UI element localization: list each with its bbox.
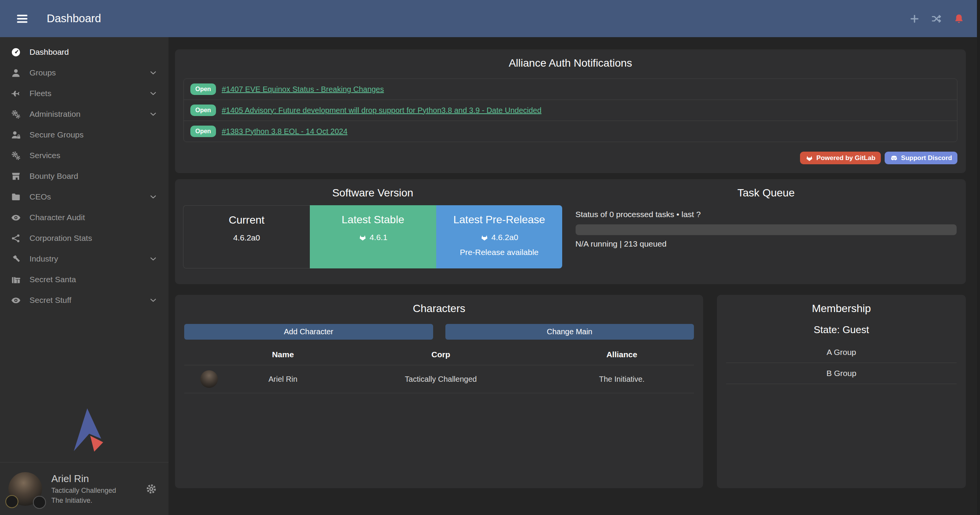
character-corp: Tactically Challenged [332, 365, 550, 393]
folder-icon [11, 192, 21, 202]
badge-label: Powered by GitLab [816, 154, 875, 162]
add-character-button[interactable]: Add Character [184, 324, 433, 340]
latest-stable-card: Latest Stable 4.6.1 [310, 205, 436, 268]
latest-prerelease-card: Latest Pre-Release 4.6.2a0 Pre-Release a… [436, 205, 563, 268]
sidebar-item-ceos[interactable]: CEOs [0, 186, 169, 207]
gitlab-icon [480, 233, 489, 242]
scrollbar[interactable] [977, 0, 980, 515]
shuffle-icon[interactable] [931, 13, 942, 25]
task-queue-summary: N/A running | 213 queued [576, 239, 957, 249]
task-queue-section: Task Queue Status of 0 processed tasks •… [571, 187, 966, 276]
sidebar-item-label: Secure Groups [29, 130, 83, 139]
characters-title: Characters [184, 302, 694, 315]
prerelease-note: Pre-Release available [436, 248, 563, 257]
sidebar-item-services[interactable]: Services [0, 145, 169, 166]
current-version-card: Current 4.6.2a0 [183, 205, 310, 268]
sidebar-item-label: Bounty Board [29, 172, 78, 181]
user-corp: Tactically Challenged [51, 487, 116, 495]
sidebar-item-label: Industry [29, 254, 58, 263]
sidebar-item-label: Secret Stuff [29, 296, 71, 305]
chevron-down-icon [149, 68, 158, 77]
sidebar-nav: Dashboard Groups Fleets Administration S… [0, 37, 169, 311]
status-badge: Open [190, 105, 216, 116]
sidebar-item-bounty-board[interactable]: Bounty Board [0, 166, 169, 186]
list-item: A Group [726, 342, 957, 363]
version-value: 4.6.2a0 [233, 233, 260, 242]
sidebar-item-label: Groups [29, 68, 56, 77]
gitlab-icon [805, 154, 813, 162]
sidebar-item-administration[interactable]: Administration [0, 104, 169, 124]
software-version-section: Software Version Current 4.6.2a0 Latest … [175, 187, 571, 276]
sidebar-item-corporation-stats[interactable]: Corporation Stats [0, 228, 169, 249]
badge-label: Support Discord [901, 154, 952, 162]
alliance-logo-badge [33, 496, 46, 509]
list-item: Open #1383 Python 3.8 EOL - 14 Oct 2024 [184, 121, 957, 142]
gauge-icon [11, 47, 21, 57]
characters-panel: Characters Add Character Change Main Nam… [175, 295, 703, 488]
discord-icon [890, 154, 898, 162]
user-avatar [8, 472, 42, 506]
share-nodes-icon [11, 233, 21, 244]
user-lock-icon [11, 130, 21, 140]
user-panel: Ariel Rin Tactically Challenged The Init… [0, 462, 169, 515]
sidebar-item-label: Corporation Stats [29, 234, 92, 243]
user-alliance: The Initiative. [51, 497, 116, 505]
chevron-down-icon [149, 192, 158, 201]
version-value: 4.6.2a0 [491, 233, 518, 242]
status-badge: Open [190, 83, 216, 95]
support-discord-badge[interactable]: Support Discord [885, 152, 957, 164]
sidebar-item-character-audit[interactable]: Character Audit [0, 207, 169, 228]
user-settings-gear-icon[interactable] [146, 483, 157, 495]
character-alliance: The Initiative. [550, 365, 694, 393]
user-name: Ariel Rin [51, 473, 116, 485]
character-portrait [200, 370, 218, 388]
list-item: Open #1407 EVE Equinox Status - Breaking… [184, 79, 957, 100]
add-icon[interactable] [909, 13, 920, 25]
sidebar-item-label: Dashboard [29, 47, 69, 57]
gift-icon [11, 275, 21, 285]
notification-link[interactable]: #1407 EVE Equinox Status - Breaking Chan… [222, 85, 384, 94]
avatar-column-header [184, 344, 234, 365]
eye-icon [11, 213, 21, 223]
topbar-actions [909, 13, 965, 25]
sidebar-item-secret-stuff[interactable]: Secret Stuff [0, 290, 169, 311]
sidebar-item-label: Secret Santa [29, 275, 76, 284]
notifications-bell-icon[interactable] [953, 13, 965, 25]
sidebar: Dashboard Groups Fleets Administration S… [0, 37, 169, 515]
membership-state: State: Guest [726, 324, 957, 336]
group-list: A Group B Group [726, 342, 957, 384]
change-main-button[interactable]: Change Main [445, 324, 694, 340]
powered-by-gitlab-badge[interactable]: Powered by GitLab [800, 152, 881, 164]
sidebar-item-secret-santa[interactable]: Secret Santa [0, 269, 169, 290]
status-panel: Software Version Current 4.6.2a0 Latest … [175, 179, 966, 284]
task-progress-bar [576, 224, 957, 235]
alliance-auth-logo [0, 406, 169, 456]
gears-icon [11, 109, 21, 119]
sidebar-item-industry[interactable]: Industry [0, 249, 169, 269]
main-content: Alliance Auth Notifications Open #1407 E… [169, 37, 980, 515]
sidebar-item-label: Character Audit [29, 213, 85, 222]
page-title: Dashboard [47, 12, 101, 25]
chevron-down-icon [149, 296, 158, 305]
hammer-icon [11, 254, 21, 264]
table-row: Ariel Rin Tactically Challenged The Init… [184, 365, 694, 393]
sidebar-item-fleets[interactable]: Fleets [0, 83, 169, 104]
sidebar-item-dashboard[interactable]: Dashboard [0, 42, 169, 62]
version-value: 4.6.1 [370, 233, 388, 242]
membership-panel: Membership State: Guest A Group B Group [717, 295, 966, 488]
notification-link[interactable]: #1383 Python 3.8 EOL - 14 Oct 2024 [222, 127, 347, 136]
jet-icon [11, 88, 21, 99]
notifications-title: Alliance Auth Notifications [183, 57, 957, 69]
list-item: Open #1405 Advisory: Future development … [184, 100, 957, 121]
column-header-alliance: Alliance [550, 344, 694, 365]
card-label: Latest Pre-Release [436, 214, 563, 226]
gears-icon [11, 150, 21, 161]
status-badge: Open [190, 126, 216, 137]
sidebar-item-groups[interactable]: Groups [0, 62, 169, 83]
sidebar-item-secure-groups[interactable]: Secure Groups [0, 124, 169, 145]
sidebar-item-label: Administration [29, 110, 80, 119]
list-item: B Group [726, 363, 957, 384]
eye-icon [11, 295, 21, 306]
menu-toggle-icon[interactable] [15, 12, 29, 26]
notification-link[interactable]: #1405 Advisory: Future development will … [222, 106, 542, 115]
